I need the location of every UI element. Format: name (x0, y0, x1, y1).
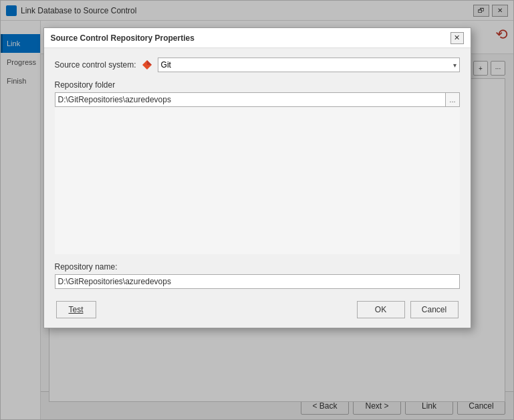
modal-title: Source Control Repository Properties (51, 33, 195, 43)
source-control-value: Git (161, 60, 171, 70)
source-control-row: Source control system: Git ▾ (55, 58, 460, 72)
repository-folder-label: Repository folder (55, 80, 460, 90)
modal-cancel-button[interactable]: Cancel (410, 301, 459, 318)
repository-folder-input-group: ... (55, 92, 460, 107)
modal-footer-right: OK Cancel (357, 301, 459, 318)
repository-name-label: Repository name: (55, 262, 460, 272)
modal-dialog: Source Control Repository Properties ✕ S… (43, 27, 471, 328)
repository-name-section: Repository name: (55, 262, 460, 289)
browse-button[interactable]: ... (445, 93, 459, 106)
modal-overlay: Source Control Repository Properties ✕ S… (1, 1, 513, 419)
repository-name-input[interactable] (55, 274, 460, 289)
modal-close-button[interactable]: ✕ (451, 32, 464, 44)
modal-body: Source control system: Git ▾ (44, 48, 471, 328)
svg-marker-1 (147, 60, 152, 65)
select-arrow-icon: ▾ (453, 62, 457, 69)
test-button[interactable]: Test (56, 301, 96, 318)
modal-footer: Test OK Cancel (55, 298, 460, 318)
modal-titlebar: Source Control Repository Properties ✕ (44, 28, 471, 48)
source-control-select[interactable]: Git ▾ (158, 58, 460, 72)
ok-button[interactable]: OK (357, 301, 405, 318)
source-control-label: Source control system: (55, 60, 136, 70)
git-icon (142, 60, 152, 70)
repository-folder-section: Repository folder ... (55, 80, 460, 107)
large-empty-area (55, 107, 460, 254)
outer-window: Link Database to Source Control 🗗 ✕ Link… (0, 0, 514, 420)
repository-folder-input[interactable] (55, 93, 446, 106)
